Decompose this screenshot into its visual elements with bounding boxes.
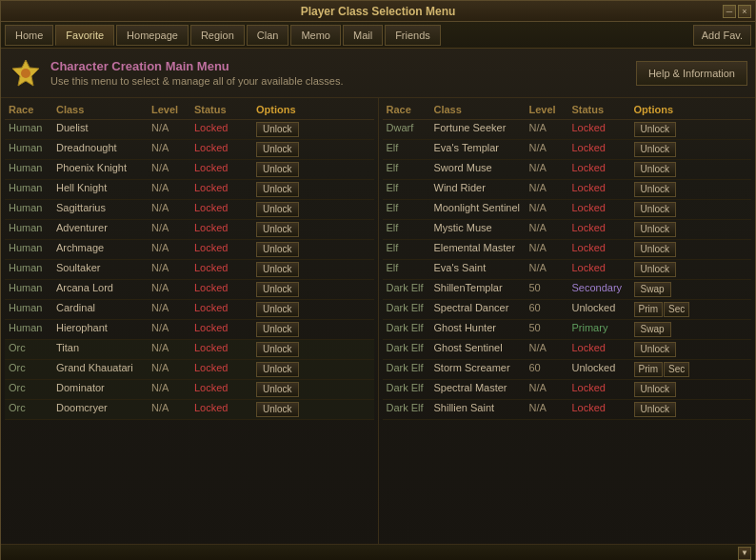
add-fav-button[interactable]: Add Fav. bbox=[693, 25, 751, 46]
cell-race: Orc bbox=[7, 341, 54, 358]
unlock-button[interactable]: Unlock bbox=[256, 222, 299, 237]
close-button[interactable]: × bbox=[738, 5, 751, 18]
unlock-button[interactable]: Unlock bbox=[634, 142, 677, 157]
cell-class: Mystic Muse bbox=[432, 221, 527, 238]
sec-button[interactable]: Sec bbox=[664, 362, 689, 377]
right-header-race: Race bbox=[385, 103, 432, 116]
unlock-button[interactable]: Unlock bbox=[256, 302, 299, 317]
tab-home[interactable]: Home bbox=[5, 25, 53, 46]
right-table-body: Dwarf Fortune Seeker N/A Locked Unlock E… bbox=[383, 120, 752, 420]
cell-status: Locked bbox=[570, 181, 632, 198]
cell-level: N/A bbox=[149, 401, 192, 418]
prim-button[interactable]: Prim bbox=[634, 362, 664, 377]
cell-level: N/A bbox=[149, 241, 192, 258]
cell-race: Dark Elf bbox=[385, 281, 432, 298]
tab-favorite[interactable]: Favorite bbox=[55, 25, 114, 46]
unlock-button[interactable]: Unlock bbox=[634, 162, 677, 177]
left-table-body: Human Duelist N/A Locked Unlock Human Dr… bbox=[5, 120, 374, 420]
header-icon bbox=[9, 56, 43, 90]
tab-memo[interactable]: Memo bbox=[290, 25, 341, 46]
unlock-button[interactable]: Unlock bbox=[256, 322, 299, 337]
unlock-button[interactable]: Unlock bbox=[256, 122, 299, 137]
unlock-button[interactable]: Unlock bbox=[256, 182, 299, 197]
unlock-button[interactable]: Unlock bbox=[634, 402, 677, 417]
cell-race: Human bbox=[7, 141, 54, 158]
swap-button[interactable]: Swap bbox=[634, 282, 671, 297]
table-row: Human Adventurer N/A Locked Unlock bbox=[5, 220, 374, 240]
cell-level: N/A bbox=[527, 261, 570, 278]
unlock-button[interactable]: Unlock bbox=[256, 362, 299, 377]
unlock-button[interactable]: Unlock bbox=[256, 342, 299, 357]
cell-level: N/A bbox=[149, 181, 192, 198]
cell-options: Unlock bbox=[254, 281, 316, 298]
table-row: Dark Elf Spectral Master N/A Locked Unlo… bbox=[383, 380, 752, 400]
tab-clan[interactable]: Clan bbox=[247, 25, 289, 46]
unlock-button[interactable]: Unlock bbox=[256, 202, 299, 217]
cell-level: 60 bbox=[527, 361, 570, 378]
unlock-button[interactable]: Unlock bbox=[634, 342, 677, 357]
table-row: Dark Elf Ghost Sentinel N/A Locked Unloc… bbox=[383, 340, 752, 360]
cell-class: Eva's Templar bbox=[432, 141, 527, 158]
table-row: Elf Elemental Master N/A Locked Unlock bbox=[383, 240, 752, 260]
cell-class: Doomcryer bbox=[54, 401, 149, 418]
cell-class: Adventurer bbox=[54, 221, 149, 238]
left-header-class: Class bbox=[54, 103, 149, 116]
cell-level: N/A bbox=[149, 141, 192, 158]
unlock-button[interactable]: Unlock bbox=[634, 382, 677, 397]
cell-class: Shillien Saint bbox=[432, 401, 527, 418]
tab-homepage[interactable]: Homepage bbox=[116, 25, 189, 46]
unlock-button[interactable]: Unlock bbox=[256, 282, 299, 297]
table-row: Human Phoenix Knight N/A Locked Unlock bbox=[5, 160, 374, 180]
unlock-button[interactable]: Unlock bbox=[256, 242, 299, 257]
cell-status: Locked bbox=[192, 121, 254, 138]
cell-level: 50 bbox=[527, 321, 570, 338]
cell-class: Soultaker bbox=[54, 261, 149, 278]
unlock-button[interactable]: Unlock bbox=[256, 142, 299, 157]
cell-options: Unlock bbox=[632, 161, 694, 178]
unlock-button[interactable]: Unlock bbox=[634, 242, 677, 257]
sec-button[interactable]: Sec bbox=[664, 302, 689, 317]
cell-level: N/A bbox=[149, 221, 192, 238]
cell-options: Unlock bbox=[254, 221, 316, 238]
unlock-button[interactable]: Unlock bbox=[634, 202, 677, 217]
tab-friends[interactable]: Friends bbox=[385, 25, 441, 46]
unlock-button[interactable]: Unlock bbox=[634, 122, 677, 137]
cell-race: Elf bbox=[385, 141, 432, 158]
cell-status: Unlocked bbox=[570, 361, 632, 378]
table-row: Human Soultaker N/A Locked Unlock bbox=[5, 260, 374, 280]
left-header-status: Status bbox=[192, 103, 254, 116]
unlock-button[interactable]: Unlock bbox=[256, 402, 299, 417]
tab-region[interactable]: Region bbox=[190, 25, 245, 46]
cell-class: Eva's Saint bbox=[432, 261, 527, 278]
unlock-button[interactable]: Unlock bbox=[256, 262, 299, 277]
cell-options: Unlock bbox=[632, 261, 694, 278]
cell-status: Locked bbox=[192, 201, 254, 218]
cell-options: Unlock bbox=[632, 381, 694, 398]
prim-button[interactable]: Prim bbox=[634, 302, 664, 317]
unlock-button[interactable]: Unlock bbox=[634, 262, 677, 277]
cell-options: Unlock bbox=[254, 361, 316, 378]
cell-class: Cardinal bbox=[54, 301, 149, 318]
unlock-button[interactable]: Unlock bbox=[634, 182, 677, 197]
cell-level: N/A bbox=[527, 161, 570, 178]
table-row: Dark Elf Spectral Dancer 60 Unlocked Pri… bbox=[383, 300, 752, 320]
cell-class: Wind Rider bbox=[432, 181, 527, 198]
cell-class: Spectral Master bbox=[432, 381, 527, 398]
tab-mail[interactable]: Mail bbox=[343, 25, 383, 46]
table-row: Elf Wind Rider N/A Locked Unlock bbox=[383, 180, 752, 200]
cell-class: Moonlight Sentinel bbox=[432, 201, 527, 218]
help-button[interactable]: Help & Information bbox=[636, 61, 747, 86]
unlock-button[interactable]: Unlock bbox=[634, 222, 677, 237]
cell-status: Locked bbox=[570, 161, 632, 178]
svg-point-1 bbox=[21, 69, 30, 78]
unlock-button[interactable]: Unlock bbox=[256, 382, 299, 397]
minimize-button[interactable]: ─ bbox=[723, 5, 736, 18]
cell-level: N/A bbox=[149, 301, 192, 318]
cell-class: Hierophant bbox=[54, 321, 149, 338]
cell-options: Unlock bbox=[632, 121, 694, 138]
unlock-button[interactable]: Unlock bbox=[256, 162, 299, 177]
table-row: Orc Dominator N/A Locked Unlock bbox=[5, 380, 374, 400]
swap-button[interactable]: Swap bbox=[634, 322, 671, 337]
scroll-down-button[interactable]: ▼ bbox=[738, 547, 751, 560]
cell-options: Unlock bbox=[632, 241, 694, 258]
